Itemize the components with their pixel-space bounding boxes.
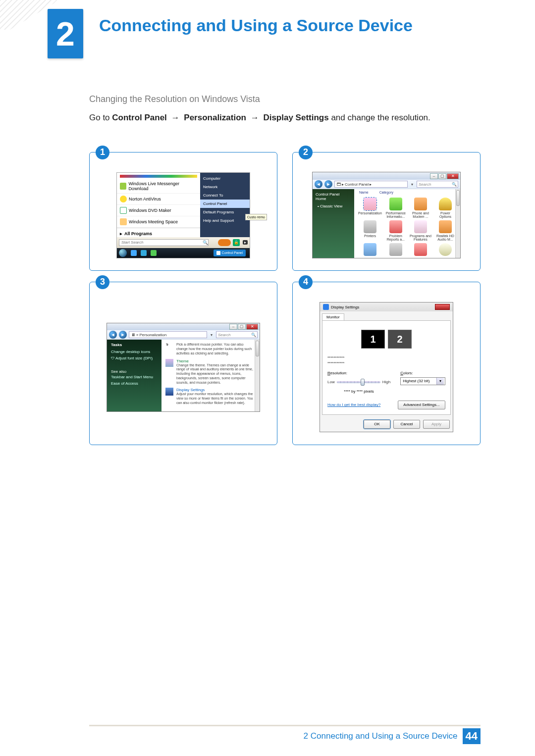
lock-button[interactable]: 🔒 (233, 239, 240, 246)
monitor-thumb-2[interactable]: 2 (388, 330, 412, 349)
back-button[interactable]: ◄ (109, 331, 117, 339)
resolution-label-text: esolution: (330, 371, 347, 375)
cp-icon (439, 243, 452, 256)
start-search-input[interactable] (119, 239, 209, 246)
taskbar-tab-control-panel[interactable]: Control Panel (214, 250, 246, 256)
step-badge-1: 1 (96, 146, 109, 159)
personalization-entry[interactable]: Theme Change the theme. Themes can chang… (165, 359, 256, 385)
start-item[interactable]: Norton AntiVirus (117, 194, 200, 205)
address-bar: ◄ ► 🗔 ▸ Control Panel ▸ ▾ Search (313, 180, 460, 189)
arrow-icon: → (251, 113, 259, 122)
cp-item-personalization[interactable]: Personalization (358, 198, 382, 218)
power-button[interactable] (218, 239, 231, 246)
personalization-entry-display-settings[interactable]: Display Settings Adjust your monitor res… (165, 388, 256, 405)
address-dropdown[interactable]: ▾ (209, 333, 214, 337)
close-button[interactable] (435, 304, 450, 310)
taskbar-icon[interactable] (151, 250, 157, 256)
cp-item[interactable]: Power Options (434, 198, 456, 218)
cp-item[interactable] (358, 243, 382, 256)
forward-button[interactable]: ► (324, 180, 332, 188)
shutdown-options-arrow[interactable]: ▸ (243, 240, 248, 245)
minimize-button[interactable]: – (229, 324, 237, 330)
sidebar-seealso-link[interactable]: Ease of Access (111, 380, 158, 387)
sidebar-classic-view[interactable]: • Classic View (316, 203, 351, 209)
phone-icon (414, 198, 427, 210)
colors-block: Colors: Highest (32 bit) (400, 371, 445, 385)
start-item[interactable]: Windows Live Messenger Download (117, 179, 200, 194)
intro-post: and change the resolution. (331, 113, 430, 122)
search-input[interactable]: Search (417, 181, 458, 188)
sidebar-seealso-header: See also (111, 369, 158, 374)
monitor-thumb-1[interactable]: 1 (361, 330, 385, 349)
sidebar-task-link[interactable]: Adjust font size (DPI) (111, 355, 158, 361)
printers-icon (364, 220, 376, 233)
maximize-button[interactable]: ▢ (438, 173, 446, 179)
dialog-button-row: OK Cancel Apply (320, 417, 453, 432)
ok-button[interactable]: OK (364, 420, 390, 429)
sidebar-seealso-link[interactable]: Taskbar and Start Menu (111, 374, 158, 380)
apply-button[interactable]: Apply (423, 420, 450, 429)
breadcrumb-sep: « (136, 333, 138, 337)
start-right-item[interactable]: Help and Support (200, 216, 250, 225)
advanced-settings-button[interactable]: Advanced Settings... (398, 401, 445, 409)
tab-monitor[interactable]: Monitor (322, 313, 344, 320)
start-item[interactable]: Windows Meeting Space (117, 216, 200, 228)
maximize-button[interactable]: ▢ (238, 324, 246, 330)
scrollbar[interactable] (455, 189, 460, 258)
start-right-item-control-panel[interactable]: Control Panel (200, 200, 250, 208)
personalization-entry[interactable]: 🖱 Pick a different mouse pointer. You ca… (165, 343, 256, 355)
cp-item-label: Printers (364, 234, 376, 238)
taskbar-icon[interactable] (141, 250, 147, 256)
cp-item[interactable] (410, 243, 431, 256)
cancel-button[interactable]: Cancel (393, 420, 420, 429)
forward-button[interactable]: ► (119, 331, 127, 339)
cp-item[interactable]: Printers (358, 220, 382, 241)
start-right-item[interactable]: Default Programs (200, 208, 250, 216)
breadcrumb[interactable]: 🗔 ▸ Control Panel ▸ (334, 181, 408, 188)
start-right-item[interactable]: Network (200, 183, 250, 191)
help-link[interactable]: How do I get the best display? (327, 403, 380, 407)
slider-thumb[interactable] (361, 379, 365, 386)
cp-item[interactable] (385, 243, 407, 256)
search-input[interactable]: Search (216, 331, 258, 338)
sidebar-task-link[interactable]: Change desktop icons (111, 349, 158, 355)
breadcrumb[interactable]: 🖥 « Personalization (129, 331, 207, 338)
cp-item[interactable]: Performance Informatio... (385, 198, 407, 218)
cp-item-label: Phone and Modem ... (410, 211, 431, 218)
footer-page-number: 44 (463, 728, 481, 744)
dialog-pane: 1 2 *********** *********** Resolution: … (322, 320, 451, 415)
resolution-slider[interactable]: Low High (327, 377, 390, 387)
colors-dropdown[interactable]: Highest (32 bit) (400, 377, 445, 385)
cp-item[interactable]: Programs and Features (410, 220, 431, 241)
masked-line: *********** (327, 355, 445, 360)
cp-item[interactable]: Phone and Modem ... (410, 198, 431, 218)
scrollbar[interactable] (255, 340, 260, 411)
start-right-item[interactable]: Connect To (200, 191, 250, 200)
start-orb-icon[interactable] (119, 249, 127, 257)
cp-item[interactable]: Realtek HD Audio M... (434, 220, 456, 241)
display-settings-dialog: Display Settings Monitor 1 2 ***********… (320, 302, 453, 432)
start-item[interactable]: Windows DVD Maker (117, 205, 200, 216)
address-bar: ◄ ► 🖥 « Personalization ▾ Search (107, 330, 260, 340)
back-button[interactable]: ◄ (315, 180, 322, 188)
entry-desc: Adjust your monitor resolution, which ch… (176, 392, 256, 405)
footer-divider (89, 725, 481, 726)
start-right-item[interactable]: Computer (200, 174, 250, 183)
step-4-panel: 4 Display Settings Monitor 1 2 ****** (292, 282, 481, 445)
section-intro: Go to Control Panel → Personalization → … (89, 111, 481, 124)
cp-item[interactable] (434, 243, 456, 256)
column-name[interactable]: Name (359, 191, 369, 194)
masked-line: *********** (327, 361, 445, 366)
display-settings-icon (165, 388, 173, 396)
close-button[interactable]: ✕ (246, 324, 258, 330)
close-button[interactable]: ✕ (447, 173, 459, 179)
resolution-label: Resolution: (327, 371, 390, 375)
sidebar-home-link[interactable]: Control Panel Home (316, 192, 351, 201)
column-category[interactable]: Category (379, 191, 393, 194)
minimize-button[interactable]: – (430, 173, 438, 179)
cp-item[interactable]: Problem Reports a... (385, 220, 407, 241)
address-dropdown[interactable]: ▾ (410, 182, 415, 187)
footer-chapter-line: 2 Connecting and Using a Source Device (304, 731, 458, 741)
taskbar-icon[interactable] (131, 250, 137, 256)
cp-icon (389, 243, 402, 256)
